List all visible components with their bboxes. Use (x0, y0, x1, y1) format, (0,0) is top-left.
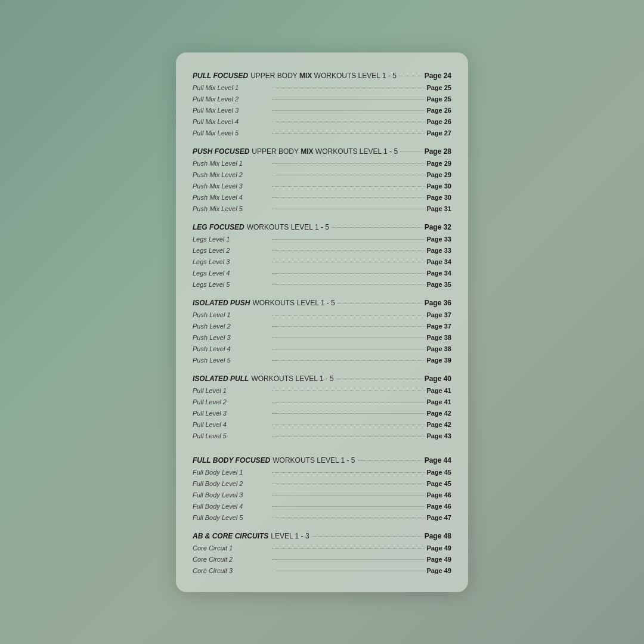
toc-row: Push Level 2 Page 37 (193, 321, 451, 332)
toc-row: Push Mix Level 3 Page 30 (193, 181, 451, 191)
section-header-pull-focused: PULL FOCUSED UPPER BODY MIX WORKOUTS LEV… (193, 72, 451, 80)
toc-row: Push Mix Level 2 Page 29 (193, 169, 451, 180)
toc-row: Legs Level 1 Page 33 (193, 234, 451, 244)
toc-row: Legs Level 5 Page 35 (193, 279, 451, 290)
toc-row: Pull Level 5 Page 43 (193, 431, 451, 441)
section-header-isolated-pull: ISOLATED PULL WORKOUTS LEVEL 1 - 5Page 4… (193, 374, 451, 383)
toc-row: Pull Level 3 Page 42 (193, 408, 451, 419)
toc-row: Pull Mix Level 4 Page 26 (193, 116, 451, 127)
toc-row: Pull Mix Level 5 Page 27 (193, 128, 451, 138)
toc-row: Pull Mix Level 2 Page 25 (193, 94, 451, 104)
toc-row: Full Body Level 4 Page 46 (193, 501, 451, 512)
toc-row: Core Circuit 1 Page 49 (193, 543, 451, 553)
toc-row: Push Level 4 Page 38 (193, 343, 451, 354)
toc-row: Pull Level 4 Page 42 (193, 419, 451, 430)
toc-card: PULL FOCUSED UPPER BODY MIX WORKOUTS LEV… (176, 52, 468, 592)
toc-row: Pull Mix Level 3 Page 26 (193, 105, 451, 116)
toc-row: Core Circuit 2 Page 49 (193, 554, 451, 565)
toc-row: Push Level 5 Page 39 (193, 355, 451, 366)
toc-row: Full Body Level 2 Page 45 (193, 478, 451, 489)
toc-row: Legs Level 3 Page 34 (193, 256, 451, 267)
toc-row: Push Level 1 Page 37 (193, 309, 451, 320)
toc-row: Full Body Level 3 Page 46 (193, 490, 451, 500)
toc-row: Pull Mix Level 1 Page 25 (193, 82, 451, 93)
toc-row: Push Mix Level 1 Page 29 (193, 158, 451, 169)
toc-row: Full Body Level 1 Page 45 (193, 467, 451, 478)
toc-row: Core Circuit 3 Page 49 (193, 565, 451, 576)
toc-row: Pull Level 1 Page 41 (193, 385, 451, 396)
toc-row: Push Mix Level 4 Page 30 (193, 192, 451, 203)
toc-row: Legs Level 2 Page 33 (193, 245, 451, 256)
section-header-push-focused: PUSH FOCUSED UPPER BODY MIX WORKOUTS LEV… (193, 147, 451, 156)
toc-row: Push Mix Level 5 Page 31 (193, 203, 451, 214)
section-header-full-body-focused: FULL BODY FOCUSED WORKOUTS LEVEL 1 - 5Pa… (193, 456, 451, 465)
toc-row: Push Level 3 Page 38 (193, 332, 451, 343)
section-header-leg-focused: LEG FOCUSED WORKOUTS LEVEL 1 - 5Page 32 (193, 223, 451, 231)
section-header-ab-core: AB & CORE CIRCUITS LEVEL 1 - 3Page 48 (193, 532, 451, 540)
toc-row: Full Body Level 5 Page 47 (193, 512, 451, 523)
toc-row: Legs Level 4 Page 34 (193, 268, 451, 278)
section-header-isolated-push: ISOLATED PUSH WORKOUTS LEVEL 1 - 5Page 3… (193, 299, 451, 307)
toc-row: Pull Level 2 Page 41 (193, 397, 451, 407)
